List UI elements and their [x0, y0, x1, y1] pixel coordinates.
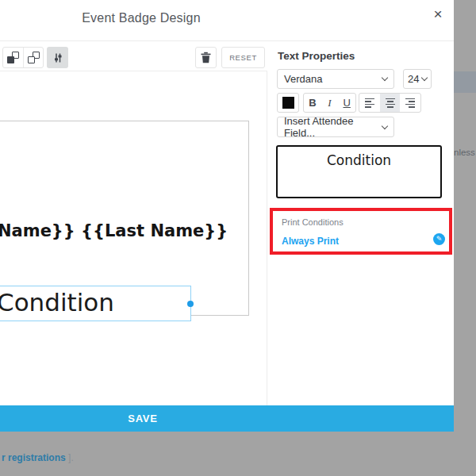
badge-artboard[interactable]: Name}} {{Last Name}} Condition [0, 121, 249, 316]
align-right-button[interactable] [400, 94, 420, 112]
trash-icon [201, 52, 211, 63]
insert-attendee-field-select[interactable]: Insert Attendee Field... [277, 117, 394, 137]
reset-button[interactable]: RESET [221, 47, 265, 68]
badge-canvas[interactable]: Name}} {{Last Name}} Condition [0, 71, 267, 405]
resize-handle[interactable] [187, 301, 194, 307]
close-icon[interactable]: × [428, 5, 447, 24]
save-button-label: SAVE [0, 405, 286, 432]
insert-field-label: Insert Attendee Field... [284, 115, 382, 139]
text-properties-panel: Text Properties Verdana 24 B I U [267, 42, 454, 405]
event-badge-design-dialog: Event Badge Design × [0, 0, 454, 432]
font-size-select[interactable]: 24 [403, 69, 432, 89]
chevron-down-icon [382, 75, 388, 81]
bring-forward-icon [7, 52, 19, 63]
send-backward-button[interactable] [23, 48, 43, 67]
panel-heading: Text Properties [278, 50, 355, 62]
print-conditions-label: Print Conditions [282, 217, 344, 227]
selected-text-content[interactable]: Condition [0, 288, 114, 317]
layer-button-group [2, 47, 44, 68]
background-bottom-text: r registrations ]. [2, 452, 74, 463]
align-left-icon [365, 98, 374, 108]
screen: nless r registrations ]. Event Badge Des… [0, 0, 476, 476]
save-button[interactable]: SAVE [0, 405, 454, 432]
sliders-icon [52, 52, 64, 64]
canvas-toolbar: RESET [0, 42, 267, 71]
background-band [454, 71, 476, 93]
text-preview-box: Condition [276, 145, 442, 198]
underline-button[interactable]: U [338, 94, 355, 112]
font-family-value: Verdana [284, 73, 322, 85]
text-align-group [359, 93, 421, 113]
align-right-icon [405, 98, 415, 108]
font-color-button[interactable] [277, 93, 299, 113]
text-style-group: B I U [303, 93, 356, 113]
color-swatch [282, 97, 294, 109]
font-size-value: 24 [408, 73, 419, 85]
background-bottom-suffix-text: ]. [68, 452, 74, 463]
italic-button[interactable]: I [321, 94, 339, 112]
preview-text: Condition [278, 152, 440, 168]
chevron-down-icon [421, 75, 428, 81]
send-backward-icon [28, 52, 40, 63]
badge-name-field[interactable]: Name}} {{Last Name}} [0, 221, 228, 240]
bring-forward-button[interactable] [3, 48, 23, 67]
edit-condition-icon[interactable]: ✎ [433, 233, 445, 245]
align-left-button[interactable] [359, 94, 380, 112]
selected-text-element[interactable]: Condition [0, 286, 191, 321]
align-center-button[interactable] [380, 94, 401, 112]
align-center-icon [386, 98, 395, 108]
dialog-title: Event Badge Design [0, 11, 282, 25]
properties-toggle-button[interactable] [47, 47, 68, 68]
dialog-header: Event Badge Design × [0, 0, 454, 41]
font-family-select[interactable]: Verdana [277, 69, 394, 89]
background-registrations-link: r registrations [2, 452, 66, 463]
print-condition-link[interactable]: Always Print [282, 236, 339, 247]
print-conditions-highlight: Print Conditions Always Print ✎ [270, 208, 452, 255]
background-text-fragment: nless [454, 148, 476, 157]
bold-button[interactable]: B [304, 94, 321, 112]
delete-element-button[interactable] [195, 47, 217, 68]
